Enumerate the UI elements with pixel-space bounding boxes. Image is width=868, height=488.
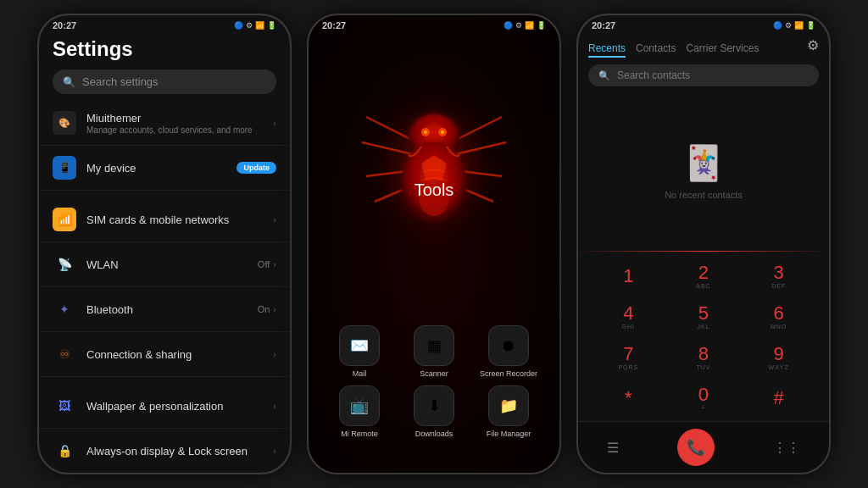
settings-item-wallpaper[interactable]: 🖼 Wallpaper & personalization › [39,384,290,429]
app-item-scanner[interactable]: ▦ Scanner [400,325,468,379]
settings-item-mydevice[interactable]: 📱 My device Update [39,146,290,191]
settings-header: Settings 🔍 Search settings [39,34,290,101]
settings-item-lockscreen[interactable]: 🔒 Always-on display & Lock screen › [39,429,290,473]
settings-item-sharing[interactable]: ♾ Connection & sharing › [39,332,290,377]
app-item-miremote[interactable]: 📺 Mi Remote [326,385,393,439]
sharing-title: Connection & sharing [86,348,273,361]
miuithemer-sub: Manage accounts, cloud services, and mor… [86,125,273,135]
settings-item-sim[interactable]: 📶 SIM cards & mobile networks › [39,197,290,242]
dialer-search-icon: 🔍 [598,70,610,81]
numpad: 1 2 ABC 3 DEF 4 GHI [578,253,829,421]
num-9: 9 [774,345,784,363]
tab-recents[interactable]: Recents [588,41,626,58]
miuithemer-icon: 🎨 [53,111,76,135]
dialer-search-text: Search contacts [617,69,690,81]
num-6: 6 [774,304,784,323]
wallpaper-right: › [273,401,276,411]
lock-icon: 🔒 [53,439,76,463]
lockscreen-title: Always-on display & Lock screen [86,445,273,458]
wlan-title: WLAN [86,258,258,271]
mydevice-icon: 📱 [53,156,76,180]
update-badge: Update [236,162,276,174]
wlan-content: WLAN [86,258,258,271]
settings-item-bluetooth[interactable]: ✦ Bluetooth On › [39,287,290,332]
search-icon: 🔍 [63,76,75,88]
grid-icon[interactable]: ⋮⋮ [773,440,800,456]
contacts-empty-text: No recent contacts [665,190,743,200]
bluetooth-status: On [258,304,270,314]
sim-title: SIM cards & mobile networks [86,214,273,226]
num-key-3[interactable]: 3 DEF [742,257,815,296]
num-key-4[interactable]: 4 GHI [592,297,665,336]
num-key-1[interactable]: 1 [592,257,665,296]
miuithemer-content: Miuithemer Manage accounts, cloud servic… [86,112,273,135]
call-button[interactable]: 📞 [677,429,715,466]
tab-contacts[interactable]: Contacts [636,41,676,58]
lockscreen-right: › [273,446,276,456]
chevron-icon: › [273,118,276,128]
num-key-hash[interactable]: # [742,379,815,418]
bluetooth-title: Bluetooth [86,303,258,316]
num-key-5[interactable]: 5 JKL [667,297,741,336]
lockscreen-content: Always-on display & Lock screen [86,445,273,458]
bluetooth-content: Bluetooth [86,303,258,316]
num-3-sub: DEF [771,283,786,289]
status-icons-2: 🔵⚙📶🔋 [504,21,546,30]
sim-icon: 📶 [53,208,76,231]
num-8: 8 [698,345,709,363]
num-key-9[interactable]: 9 WXYZ [742,338,815,377]
settings-item-miuithemer[interactable]: 🎨 Miuithemer Manage accounts, cloud serv… [39,101,290,146]
num-0-sub: + [701,405,705,411]
app-item-recorder[interactable]: ⏺ Screen Recorder [475,325,542,379]
folder-label: Tools [415,180,454,200]
status-time-1: 20:27 [53,20,76,30]
wallpaper-icon: 🖼 [53,394,76,418]
menu-icon[interactable]: ☰ [607,440,619,456]
num-0: 0 [698,385,709,404]
dialer-bottom-bar: ☰ 📞 ⋮⋮ [578,421,829,473]
mail-icon: ✉️ [339,325,380,366]
num-key-6[interactable]: 6 MNO [742,297,815,336]
num-key-0[interactable]: 0 + [667,379,741,418]
phone-launcher: 20:27 🔵⚙📶🔋 [307,14,561,474]
settings-list: 🎨 Miuithemer Manage accounts, cloud serv… [39,101,290,473]
app-item-mail[interactable]: ✉️ Mail [326,325,393,379]
status-bar-3: 20:27 🔵⚙📶🔋 ⚙ [578,15,829,34]
num-6-sub: MNO [771,324,787,330]
num-7-sub: PQRS [618,364,638,370]
miremote-label: Mi Remote [341,430,378,439]
recorder-label: Screen Recorder [480,369,537,379]
mydevice-content: My device [86,162,236,175]
num-4-sub: GHI [622,324,635,330]
app-grid: ✉️ Mail ▦ Scanner ⏺ Screen Recorder 📺 Mi… [309,325,559,439]
num-key-7[interactable]: 7 PQRS [592,338,665,377]
spider-container [341,41,527,295]
num-2-sub: ABC [696,283,710,289]
filemanager-label: File Manager [487,430,531,439]
app-item-filemanager[interactable]: 📁 File Manager [475,385,542,439]
num-key-8[interactable]: 8 TUV [667,338,741,377]
num-9-sub: WXYZ [769,364,789,370]
wlan-status: Off [258,259,270,269]
num-2: 2 [698,263,709,282]
num-key-star[interactable]: * [592,379,665,418]
recorder-icon: ⏺ [488,325,529,366]
dialer-search-bar[interactable]: 🔍 Search contacts [588,64,819,86]
gear-icon-dialer[interactable]: ⚙ [807,37,819,53]
bluetooth-icon: ✦ [53,297,76,321]
dialer-tabs: Recents Contacts Carrier Services [578,34,829,61]
wallpaper-title: Wallpaper & personalization [86,400,273,413]
bluetooth-right: On › [258,304,276,314]
tab-carrier[interactable]: Carrier Services [686,41,759,58]
num-5: 5 [698,304,709,323]
status-icons-3: 🔵⚙📶🔋 [773,21,815,30]
num-hash: # [774,389,784,408]
phone-dialer: 20:27 🔵⚙📶🔋 ⚙ Recents Contacts Carrier Se… [576,14,831,474]
sharing-right: › [273,349,276,359]
app-item-downloads[interactable]: ⬇ Downloads [400,385,468,439]
num-key-2[interactable]: 2 ABC [667,257,741,296]
chevron-icon-bt: › [273,304,276,314]
settings-search-bar[interactable]: 🔍 Search settings [53,69,276,94]
num-7: 7 [623,345,633,363]
settings-item-wlan[interactable]: 📡 WLAN Off › [39,242,290,287]
